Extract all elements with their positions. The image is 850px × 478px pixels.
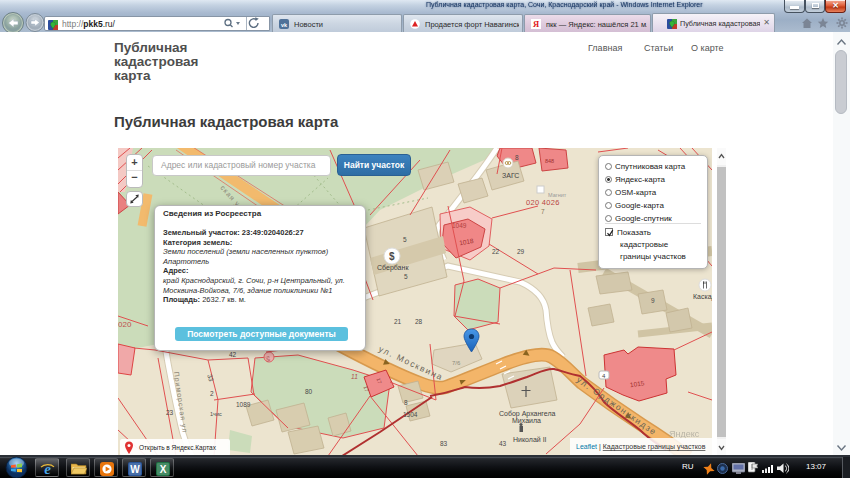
svg-text:Каскад: Каскад (693, 293, 712, 301)
svg-text:Leaflet | Кадастровые границы: Leaflet | Кадастровые границы участков (576, 443, 706, 451)
svg-text:Яндекс: Яндекс (669, 429, 700, 439)
svg-text:1504: 1504 (403, 411, 418, 418)
svg-text:8: 8 (404, 399, 408, 406)
svg-text:22: 22 (492, 248, 500, 255)
svg-text:e: e (44, 461, 51, 477)
svg-text:5: 5 (404, 273, 408, 280)
svg-text:42: 42 (229, 351, 237, 358)
svg-text:ЗАГС: ЗАГС (502, 172, 519, 179)
svg-text:Михаила: Михаила (512, 417, 541, 424)
svg-text:Сбербанк: Сбербанк (377, 264, 409, 272)
svg-text:5: 5 (403, 236, 407, 243)
svg-text:7: 7 (541, 208, 545, 215)
svg-text:1089: 1089 (236, 401, 251, 408)
svg-text:80: 80 (305, 388, 313, 395)
svg-text:7/6: 7/6 (452, 360, 461, 366)
svg-text:9: 9 (651, 297, 655, 304)
svg-text:Открыть в Яндекс.Картах: Открыть в Яндекс.Картах (139, 444, 217, 452)
svg-text:8: 8 (515, 154, 519, 161)
svg-text:83: 83 (440, 440, 448, 447)
svg-text:43: 43 (499, 440, 507, 447)
svg-text:W: W (130, 464, 140, 475)
svg-text:X: X (160, 464, 167, 475)
svg-text:vk: vk (281, 21, 288, 27)
svg-text:2: 2 (210, 390, 214, 397)
svg-text:$: $ (389, 251, 395, 262)
svg-text:23: 23 (166, 409, 174, 416)
svg-text:Магнит: Магнит (548, 192, 567, 198)
svg-text:Я: Я (533, 19, 539, 29)
svg-text:1049: 1049 (452, 222, 467, 229)
svg-text:11: 11 (351, 373, 358, 380)
svg-text:21: 21 (394, 318, 402, 325)
svg-text:020: 020 (118, 320, 132, 329)
svg-text:Николай II: Николай II (513, 436, 547, 443)
svg-text:848: 848 (545, 158, 554, 164)
svg-text:1чис: 1чис (210, 411, 222, 417)
svg-text:28: 28 (415, 318, 423, 325)
svg-text:29: 29 (517, 248, 525, 255)
svg-text:020 4026: 020 4026 (526, 198, 560, 207)
